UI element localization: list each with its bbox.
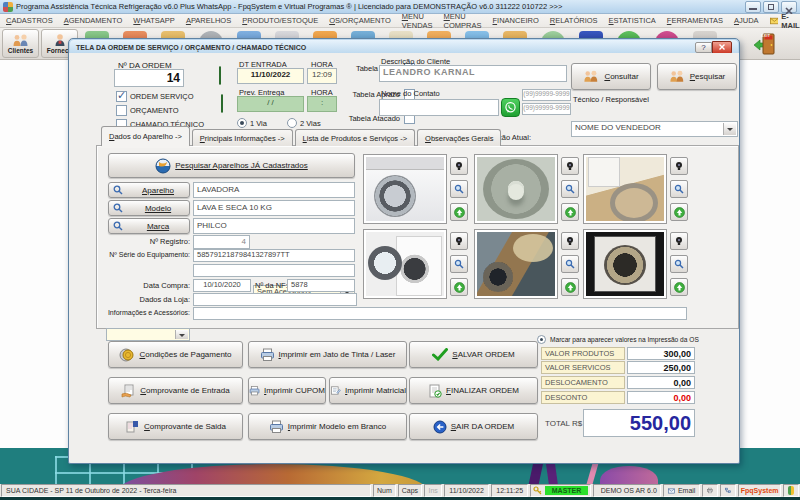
ordem-servico-checkbox[interactable] bbox=[116, 91, 127, 102]
imprimir-cupom-button[interactable]: Imprimir CUPOM bbox=[248, 377, 326, 404]
deslocamento-value[interactable]: 0,00 bbox=[627, 376, 695, 389]
menu-financeiro[interactable]: FINANCEIRO bbox=[493, 16, 539, 25]
client-name-field[interactable]: LEANDRO KARNAL bbox=[379, 65, 567, 82]
store-data-field[interactable] bbox=[193, 293, 357, 306]
print-values-radio[interactable] bbox=[537, 335, 546, 344]
load-photo-button[interactable] bbox=[450, 278, 468, 296]
load-photo-button[interactable] bbox=[561, 278, 579, 296]
valor-servicos-value[interactable]: 250,00 bbox=[627, 361, 695, 374]
two-vias-radio[interactable] bbox=[287, 118, 297, 128]
load-photo-button[interactable] bbox=[450, 203, 468, 221]
menu-cadastros[interactable]: CADASTROS bbox=[6, 16, 53, 25]
extra-combo[interactable] bbox=[106, 328, 190, 341]
zoom-photo-button[interactable] bbox=[561, 255, 579, 273]
condicoes-pagamento-button[interactable]: Condições de Pagamento bbox=[108, 341, 243, 368]
technician-dropdown[interactable]: NOME DO VENDEDOR bbox=[571, 121, 738, 137]
zoom-photo-button[interactable] bbox=[670, 255, 688, 273]
desconto-value[interactable]: 0,00 bbox=[627, 391, 695, 404]
imprimir-matricial-button[interactable]: Imprimir Matricial bbox=[329, 377, 407, 404]
chevron-down-icon[interactable] bbox=[723, 123, 736, 135]
status-printer[interactable] bbox=[702, 484, 718, 497]
search-registered-appliances-button[interactable]: Pesquisar Aparelhos JÁ Cadastrados bbox=[108, 153, 355, 178]
whatsapp-button[interactable] bbox=[501, 98, 520, 117]
menu-agendamento[interactable]: AGENDAMENTO bbox=[64, 16, 123, 25]
delivery-time-field[interactable]: : bbox=[307, 96, 337, 112]
menu-os-orcamento[interactable]: OS/ORÇAMENTO bbox=[329, 16, 391, 25]
status-email[interactable]: Email bbox=[663, 484, 700, 497]
imprimir-jato-laser-button[interactable]: Imprimir em Jato de Tinta / Laser bbox=[248, 341, 407, 368]
phone-2-field[interactable]: (99)99999-9999 bbox=[522, 103, 571, 115]
tab-observacoes-gerais[interactable]: Observações Gerais bbox=[417, 129, 501, 146]
order-type-orcamento[interactable]: ORÇAMENTO bbox=[116, 105, 179, 116]
toolbar-button-clientes[interactable]: Clientes bbox=[2, 29, 39, 58]
valor-produtos-value[interactable]: 300,00 bbox=[627, 347, 695, 360]
vias-radio-1[interactable]: 1 Via bbox=[237, 118, 267, 128]
menu-relatorios[interactable]: RELATÓRIOS bbox=[550, 16, 598, 25]
toolbar-exit-button[interactable]: EXIT bbox=[747, 30, 781, 58]
load-photo-button[interactable] bbox=[670, 278, 688, 296]
photo-washer-door-open[interactable] bbox=[363, 229, 447, 299]
one-via-radio[interactable] bbox=[237, 118, 247, 128]
imprimir-modelo-branco-button[interactable]: Imprimir Modelo em Branco bbox=[248, 413, 407, 440]
webcam-capture-button[interactable] bbox=[670, 157, 688, 175]
marca-field[interactable]: PHILCO bbox=[193, 218, 355, 234]
window-close-button[interactable] bbox=[712, 41, 732, 54]
photo-top-load-drum-interior[interactable] bbox=[474, 154, 558, 224]
app-minimize-button[interactable] bbox=[745, 1, 761, 13]
marca-button[interactable]: Marca bbox=[108, 218, 190, 234]
nf-field[interactable]: 5878 bbox=[287, 279, 355, 292]
photo-washer-rear-opened[interactable] bbox=[583, 229, 667, 299]
salvar-ordem-button[interactable]: SALVAR ORDEM bbox=[409, 341, 538, 368]
orcamento-checkbox[interactable] bbox=[116, 105, 127, 116]
webcam-capture-button[interactable] bbox=[561, 232, 579, 250]
photo-front-load-washer[interactable] bbox=[363, 154, 447, 224]
zoom-photo-button[interactable] bbox=[450, 180, 468, 198]
window-help-button[interactable]: ? bbox=[695, 42, 712, 53]
menu-email[interactable]: E-MAIL bbox=[770, 12, 800, 30]
tab-dados-do-aparelho[interactable]: Dados do Aparelho -> bbox=[101, 126, 190, 146]
menu-produto-estoque[interactable]: PRODUTO/ESTOQUE bbox=[242, 16, 318, 25]
zoom-photo-button[interactable] bbox=[561, 180, 579, 198]
chevron-down-icon[interactable] bbox=[175, 330, 188, 339]
order-number-field[interactable]: 14 bbox=[114, 69, 184, 87]
webcam-capture-button[interactable] bbox=[450, 232, 468, 250]
modelo-button[interactable]: Modelo bbox=[108, 200, 190, 216]
order-type-ordem-servico[interactable]: ORDEM SERVIÇO bbox=[116, 91, 194, 102]
finalizar-ordem-button[interactable]: FINALIZAR ORDEM bbox=[409, 377, 538, 404]
zoom-photo-button[interactable] bbox=[670, 180, 688, 198]
entry-time-field[interactable]: 12:09 bbox=[307, 68, 337, 84]
extra-field[interactable] bbox=[193, 264, 355, 277]
delivery-date-picker-button[interactable] bbox=[221, 94, 223, 113]
entry-date-picker-button[interactable] bbox=[219, 66, 221, 85]
menu-aparelhos[interactable]: APARELHOS bbox=[186, 16, 231, 25]
menu-menu-vendas[interactable]: MENU VENDAS bbox=[402, 12, 433, 30]
modelo-field[interactable]: LAVA E SECA 10 KG bbox=[193, 200, 355, 216]
purchase-date-field[interactable]: 10/10/2020 bbox=[193, 279, 251, 292]
webcam-capture-button[interactable] bbox=[670, 232, 688, 250]
menu-whatsapp[interactable]: WHATSAPP bbox=[133, 16, 175, 25]
serial-field[interactable]: 58579121879841327897TT bbox=[193, 249, 355, 262]
consultar-button[interactable]: Consultar bbox=[571, 63, 651, 90]
vias-radio-2[interactable]: 2 Vias bbox=[287, 118, 321, 128]
webcam-capture-button[interactable] bbox=[450, 157, 468, 175]
contact-name-field[interactable] bbox=[379, 99, 499, 116]
zoom-photo-button[interactable] bbox=[450, 255, 468, 273]
photo-washer-repair-parts[interactable] bbox=[583, 154, 667, 224]
menu-ajuda[interactable]: AJUDA bbox=[734, 16, 759, 25]
tab-lista-produtos-servicos[interactable]: Lista de Produtos e Serviços -> bbox=[295, 129, 415, 146]
comprovante-saida-button[interactable]: Comprovante de Saida bbox=[108, 413, 243, 440]
pesquisar-button[interactable]: Pesquisar bbox=[657, 63, 737, 90]
sair-ordem-button[interactable]: SAIR DA ORDEM bbox=[409, 413, 538, 440]
aparelho-field[interactable]: LAVADORA bbox=[193, 182, 355, 198]
info-accessories-field[interactable] bbox=[193, 307, 687, 320]
phone-1-field[interactable]: (99)99999-9999 bbox=[522, 89, 571, 101]
tab-principais-informacoes[interactable]: Principais Informações -> bbox=[192, 129, 293, 146]
entry-date-field[interactable]: 11/10/2022 bbox=[237, 68, 304, 84]
menu-menu-compras[interactable]: MENU COMPRAS bbox=[444, 12, 482, 30]
webcam-capture-button[interactable] bbox=[561, 157, 579, 175]
aparelho-button[interactable]: Aparelho bbox=[108, 182, 190, 198]
registro-field[interactable]: 4 bbox=[193, 235, 250, 249]
status-network[interactable] bbox=[720, 484, 736, 497]
menu-estatistica[interactable]: ESTATISTICA bbox=[609, 16, 656, 25]
load-photo-button[interactable] bbox=[670, 203, 688, 221]
